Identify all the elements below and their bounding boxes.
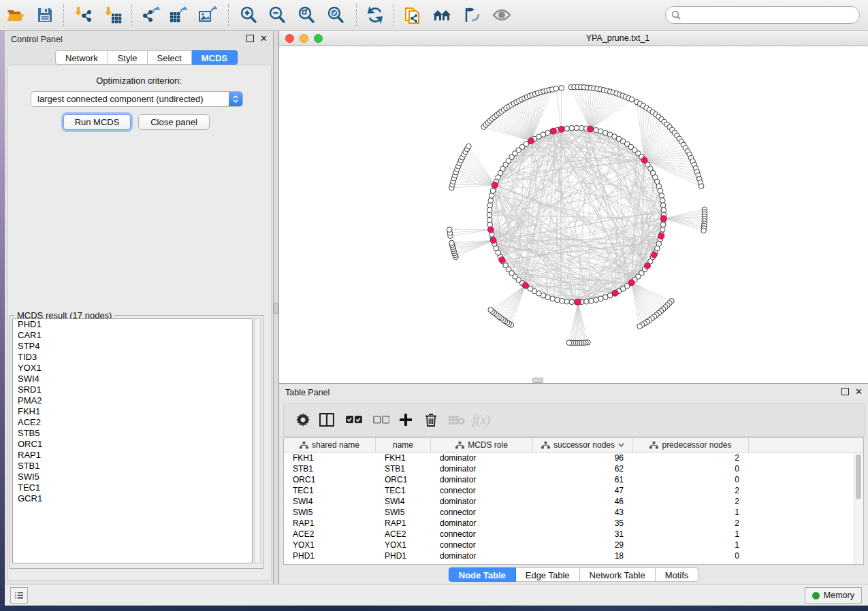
function-builder-button[interactable]: f(x) (469, 404, 494, 435)
import-network-button[interactable] (70, 3, 96, 27)
table-cell[interactable]: SWI5 (376, 507, 431, 518)
network-node[interactable] (559, 86, 564, 91)
close-panel-button[interactable]: Close panel (138, 114, 210, 130)
table-cell[interactable]: STB1 (376, 463, 431, 474)
network-node[interactable] (660, 227, 665, 233)
table-cell[interactable]: 2 (633, 496, 749, 507)
table-cell[interactable]: FKH1 (284, 452, 376, 463)
table-cell[interactable]: SWI4 (376, 496, 431, 507)
tab-edge-table[interactable]: Edge Table (516, 567, 580, 582)
table-row[interactable]: RAP1RAP1dominator352 (284, 518, 863, 529)
mcds-result-list[interactable]: PHD1CAR1STP4TID3YOX1SWI4SRD1PMA2FKH1ACE2… (12, 318, 253, 563)
tab-node-table[interactable]: Node Table (449, 567, 516, 582)
table-cell[interactable]: connector (431, 540, 533, 550)
network-node[interactable] (594, 127, 599, 133)
column-header-predecessor-nodes[interactable]: predecessor nodes (633, 438, 749, 452)
table-cell[interactable]: dominator (431, 474, 533, 485)
network-node[interactable] (564, 126, 570, 131)
mcds-node[interactable] (661, 216, 667, 222)
network-node[interactable] (488, 308, 494, 313)
table-cell[interactable]: YOX1 (284, 540, 376, 550)
mcds-node[interactable] (651, 252, 657, 258)
mcds-result-item[interactable]: RAP1 (13, 450, 252, 461)
mcds-result-item[interactable]: ACE2 (13, 417, 252, 428)
mcds-node[interactable] (492, 182, 498, 188)
network-node[interactable] (487, 203, 493, 208)
table-scrollbar-thumb[interactable] (856, 455, 861, 499)
table-cell[interactable]: 2 (633, 452, 749, 463)
hide-panel-flag-button[interactable] (459, 3, 485, 27)
memory-button[interactable]: Memory (805, 587, 862, 604)
mcds-node[interactable] (499, 257, 505, 263)
network-node[interactable] (661, 208, 666, 213)
mcds-result-item[interactable]: STP4 (13, 341, 252, 352)
float-table-panel-icon[interactable] (841, 388, 849, 395)
table-cell[interactable]: dominator (431, 550, 533, 561)
table-cell[interactable]: connector (431, 529, 533, 540)
network-node[interactable] (466, 144, 472, 149)
network-node[interactable] (698, 184, 704, 189)
table-cell[interactable]: RAP1 (284, 518, 376, 529)
network-node[interactable] (659, 193, 664, 199)
add-column-button[interactable] (393, 404, 418, 435)
network-node[interactable] (487, 217, 492, 222)
tab-network-table[interactable]: Network Table (580, 567, 656, 582)
network-node[interactable] (701, 228, 707, 233)
column-header-shared-name[interactable]: shared name (284, 438, 376, 452)
table-row[interactable]: YOX1YOX1connector291 (284, 540, 863, 550)
table-cell[interactable]: 1 (633, 540, 749, 550)
close-table-panel-icon[interactable]: ✕ (855, 388, 863, 395)
mcds-node[interactable] (628, 280, 634, 286)
tab-select[interactable]: Select (148, 50, 192, 65)
mcds-node[interactable] (658, 233, 664, 240)
criterion-dropdown[interactable]: largest connected component (undirected) (31, 91, 243, 107)
mcds-result-item[interactable]: PMA2 (13, 395, 252, 406)
mcds-node[interactable] (641, 157, 647, 163)
table-cell[interactable]: 61 (533, 474, 633, 485)
mcds-result-item[interactable]: FKH1 (13, 406, 252, 417)
mcds-result-item[interactable]: CAR1 (13, 330, 252, 341)
table-cell[interactable]: 0 (633, 550, 749, 561)
mcds-list-scrollbar[interactable] (254, 318, 261, 563)
network-node[interactable] (488, 198, 494, 203)
table-cell[interactable]: SWI5 (284, 507, 376, 518)
mcds-node[interactable] (490, 237, 496, 244)
table-cell[interactable]: connector (431, 507, 533, 518)
apply-preferred-layout-button[interactable] (362, 3, 388, 27)
network-node[interactable] (489, 193, 494, 199)
table-cell[interactable]: 47 (533, 485, 633, 496)
table-row[interactable]: SWI4SWI4dominator462 (284, 496, 863, 507)
mcds-node[interactable] (558, 127, 564, 133)
delete-column-button[interactable] (419, 404, 443, 435)
mcds-node[interactable] (645, 263, 651, 269)
network-node[interactable] (589, 298, 594, 303)
network-node[interactable] (487, 212, 492, 218)
tab-mcds[interactable]: MCDS (192, 50, 238, 65)
import-table-button[interactable] (100, 3, 126, 27)
table-cell[interactable]: 1 (633, 507, 749, 518)
search-box[interactable] (665, 6, 860, 24)
table-cell[interactable]: 35 (533, 518, 633, 529)
network-node[interactable] (637, 324, 643, 329)
table-cell[interactable]: RAP1 (376, 518, 431, 529)
table-cell[interactable]: FKH1 (376, 452, 431, 463)
table-cell[interactable]: YOX1 (376, 540, 431, 550)
table-cell[interactable]: STB1 (284, 463, 376, 474)
network-node[interactable] (569, 299, 575, 305)
mcds-result-item[interactable]: YOX1 (13, 363, 252, 374)
network-node[interactable] (598, 296, 604, 301)
table-cell[interactable]: ORC1 (284, 474, 376, 485)
home-views-button[interactable] (429, 3, 455, 27)
show-hide-eye-button[interactable] (489, 3, 515, 27)
column-header-name[interactable]: name (376, 438, 431, 452)
mcds-result-item[interactable]: TID3 (13, 352, 252, 363)
zoom-selected-button[interactable] (323, 3, 349, 27)
vertical-splitter[interactable] (274, 31, 278, 584)
network-node[interactable] (574, 125, 579, 131)
network-node[interactable] (447, 227, 452, 233)
table-cell[interactable]: dominator (431, 463, 533, 474)
zoom-fit-button[interactable] (293, 3, 319, 27)
task-history-button[interactable] (10, 587, 28, 604)
network-node[interactable] (629, 97, 634, 103)
save-session-button[interactable] (32, 3, 58, 27)
